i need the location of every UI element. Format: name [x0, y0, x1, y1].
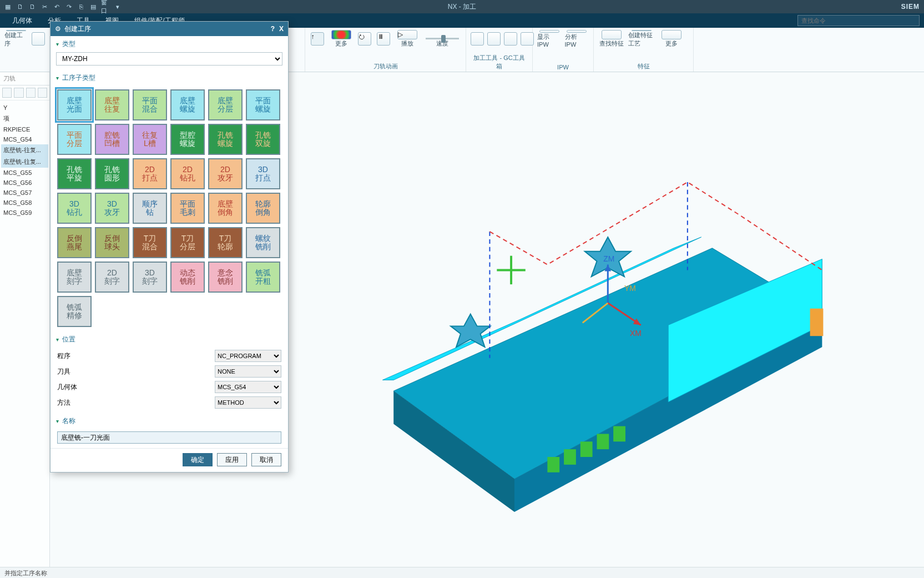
cancel-button[interactable]: 取消 — [251, 453, 281, 466]
operation-subtype-cell[interactable]: 意念 铣削 — [208, 262, 243, 293]
operation-subtype-cell[interactable]: 底壁 往复 — [95, 89, 129, 120]
operation-subtype-cell[interactable]: 顺序 钻 — [133, 193, 167, 224]
ribbon-ic-2[interactable] — [31, 30, 45, 48]
operation-subtype-cell[interactable]: 3D 钻孔 — [57, 193, 92, 224]
operation-subtype-cell[interactable]: 反倒 燕尾 — [57, 227, 92, 258]
tree-node[interactable]: MCS_G58 — [1, 198, 48, 208]
feature-more-button[interactable]: 更多 — [658, 30, 685, 48]
operation-subtype-cell[interactable]: 型腔 螺旋 — [170, 124, 205, 155]
operation-subtype-cell[interactable]: 腔铣 凹槽 — [95, 124, 129, 155]
operation-subtype-cell[interactable]: 3D 攻牙 — [95, 193, 129, 224]
operation-subtype-cell[interactable]: 孔铣 螺旋 — [208, 124, 243, 155]
operation-subtype-cell[interactable]: 底壁 倒角 — [208, 193, 243, 224]
panel-tool-3[interactable] — [26, 88, 36, 98]
qa-icon-1[interactable]: ▦ — [3, 2, 12, 11]
operation-name-input[interactable] — [57, 431, 281, 444]
qa-window-menu[interactable]: 窗口 — [101, 2, 110, 11]
operation-subtype-cell[interactable]: 底壁 分层 — [208, 89, 243, 120]
operation-subtype-cell[interactable]: T刀 分层 — [170, 227, 205, 258]
qa-icon-4[interactable]: ✂ — [40, 2, 49, 11]
operation-subtype-cell[interactable]: 动态 铣削 — [170, 262, 205, 293]
operation-subtype-cell[interactable]: 平面 分层 — [57, 124, 92, 155]
create-feature-process-button[interactable]: 创建特征工艺 — [628, 30, 655, 48]
geometry-select[interactable]: MCS_G54 — [215, 381, 281, 393]
operation-subtype-cell[interactable]: 孔铣 平旋 — [57, 158, 92, 189]
operation-navigator-panel: 刀轨 Y项RKPIECEMCS_G54 底壁铣-往复... 底壁铣-往复...M… — [0, 72, 50, 567]
ok-button[interactable]: 确定 — [183, 453, 213, 466]
operation-subtype-cell[interactable]: T刀 轮廓 — [208, 227, 243, 258]
show-ipw-button[interactable]: 显示 IPW — [537, 30, 562, 48]
tree-node[interactable]: 底壁铣-往复... — [1, 144, 48, 156]
operation-subtype-cell[interactable]: 3D 刻字 — [133, 262, 167, 293]
tree-node[interactable]: 项 — [1, 113, 48, 124]
tree-node[interactable]: 底壁铣-往复... — [1, 156, 48, 168]
qa-icon-6[interactable]: ↷ — [64, 2, 73, 11]
program-select[interactable]: NC_PROGRAM — [215, 350, 281, 362]
qa-icon-2[interactable]: 🗋 — [16, 2, 24, 11]
gc-ic-3[interactable] — [504, 30, 517, 48]
panel-tool-1[interactable] — [2, 88, 12, 98]
operation-subtype-cell[interactable]: 铣弧 开粗 — [246, 262, 280, 293]
operation-subtype-cell[interactable]: 2D 攻牙 — [208, 158, 243, 189]
method-select[interactable]: METHOD — [215, 396, 281, 409]
tree-node[interactable]: MCS_G54 — [1, 134, 48, 144]
tree-node[interactable]: MCS_G57 — [1, 188, 48, 198]
tool-select[interactable]: NONE — [215, 365, 281, 378]
apply-button[interactable]: 应用 — [217, 453, 247, 466]
playback-pause-icon[interactable]: ⏸ — [376, 30, 391, 48]
menu-geometry[interactable]: 几何体 — [4, 13, 40, 28]
operation-subtype-cell[interactable]: T刀 混合 — [133, 227, 167, 258]
qa-icon-3[interactable]: 🗋 — [28, 2, 37, 11]
tree-node[interactable]: MCS_G56 — [1, 178, 48, 188]
operation-subtype-cell[interactable]: 平面 混合 — [133, 89, 167, 120]
operation-subtype-cell[interactable]: 2D 打点 — [133, 158, 167, 189]
dialog-close-icon[interactable]: X — [279, 25, 284, 33]
section-type-header[interactable]: 类型 — [51, 36, 288, 52]
operation-subtype-cell[interactable]: 2D 钻孔 — [170, 158, 205, 189]
operation-subtype-cell[interactable]: 底壁 刻字 — [57, 262, 92, 293]
panel-tool-4[interactable] — [38, 88, 47, 98]
operation-subtype-cell[interactable]: 底壁 光面 — [57, 89, 92, 120]
qa-dropdown-icon[interactable]: ▾ — [113, 2, 122, 11]
playback-prev-icon[interactable]: ⭮ — [357, 30, 372, 48]
panel-tool-2[interactable] — [14, 88, 23, 98]
operation-subtype-cell[interactable]: 孔铣 圆形 — [95, 158, 129, 189]
qa-icon-5[interactable]: ↶ — [52, 2, 61, 11]
section-name-header[interactable]: 名称 — [51, 413, 288, 429]
operation-subtype-cell[interactable]: 平面 毛刺 — [170, 193, 205, 224]
operation-subtype-cell[interactable]: 平面 螺旋 — [246, 89, 280, 120]
tree-node[interactable]: MCS_G59 — [1, 208, 48, 218]
ribbon-more-anim[interactable]: 更多 — [328, 30, 354, 48]
operation-subtype-cell[interactable]: 往复 L槽 — [133, 124, 167, 155]
command-finder-input[interactable] — [797, 15, 920, 26]
operation-subtype-cell[interactable]: 孔铣 双旋 — [246, 124, 280, 155]
qa-icon-7[interactable]: ⎘ — [77, 2, 85, 11]
tree-node[interactable]: Y — [1, 103, 48, 113]
ribbon-arrow-up-icon[interactable]: ↑ — [310, 30, 325, 48]
operation-subtype-cell[interactable]: 反倒 球头 — [95, 227, 129, 258]
type-select[interactable]: MY-ZDH — [56, 52, 282, 66]
section-subtype-header[interactable]: 工序子类型 — [51, 70, 288, 86]
operation-subtype-cell[interactable]: 3D 打点 — [246, 158, 280, 189]
type-combo[interactable]: MY-ZDH — [56, 52, 282, 66]
dialog-titlebar[interactable]: ⚙ 创建工序 ? X — [51, 22, 288, 36]
operation-subtype-cell[interactable]: 铣弧 精修 — [57, 296, 92, 327]
create-operation-dialog: ⚙ 创建工序 ? X 类型 MY-ZDH 工序子类型 底壁 光面底壁 往复平面 … — [50, 21, 289, 473]
operation-subtype-cell[interactable]: 2D 刻字 — [95, 262, 129, 293]
qa-icon-8[interactable]: ▤ — [89, 2, 98, 11]
create-operation-button[interactable]: 创建工序 — [4, 30, 28, 48]
dialog-help-icon[interactable]: ? — [271, 25, 275, 33]
speed-slider[interactable]: 速度 — [423, 30, 461, 48]
analyze-ipw-button[interactable]: 分析 IPW — [565, 30, 589, 48]
gc-ic-4[interactable] — [521, 30, 534, 48]
section-location-header[interactable]: 位置 — [51, 331, 288, 348]
tree-node[interactable]: MCS_G55 — [1, 168, 48, 178]
operation-subtype-cell[interactable]: 螺纹 铣削 — [246, 227, 280, 258]
playback-play-button[interactable]: ▷播放 — [394, 30, 420, 48]
gc-ic-1[interactable] — [471, 30, 484, 48]
operation-subtype-cell[interactable]: 轮廓 倒角 — [246, 193, 280, 224]
tree-node[interactable]: RKPIECE — [1, 124, 48, 134]
find-feature-button[interactable]: 查找特征 — [598, 30, 625, 48]
gc-ic-2[interactable] — [487, 30, 501, 48]
operation-subtype-cell[interactable]: 底壁 螺旋 — [170, 89, 205, 120]
